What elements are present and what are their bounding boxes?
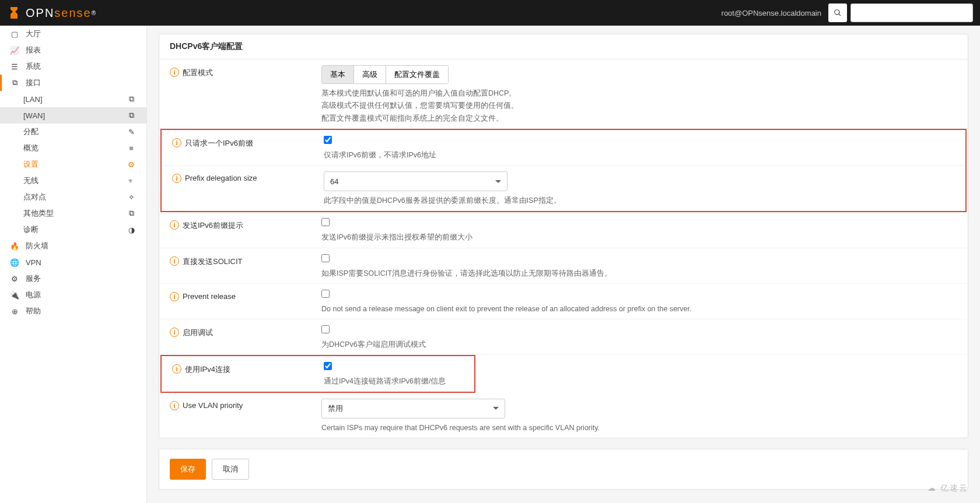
- row-solicit: i直接发送SOLICIT 如果ISP需要SOLICIT消息进行身份验证，请选择此…: [159, 248, 968, 284]
- sitemap-icon: ⧉: [125, 94, 137, 104]
- mode-help: 基本模式使用默认值和可选的用户输入值自动配置DHCP。 高级模式不提供任何默认值…: [321, 87, 957, 125]
- search-button[interactable]: [828, 3, 847, 22]
- label-only-prefix: 只请求一个IPv6前缀: [185, 138, 253, 149]
- label-prevent: Prevent release: [183, 292, 236, 301]
- row-ipv4: i使用IPv4连接 通过IPv4连接链路请求IPv6前缀/信息: [162, 356, 474, 391]
- list-icon: ☰: [9, 62, 20, 71]
- sidebar-lan[interactable]: [LAN]⧉: [0, 91, 146, 107]
- nav-services[interactable]: ⚙服务: [0, 270, 146, 287]
- user-label[interactable]: root@OPNsense.localdomain: [722, 9, 821, 17]
- ipv4-help: 通过IPv4连接链路请求IPv6前缀/信息: [324, 375, 464, 388]
- info-icon[interactable]: i: [172, 364, 181, 374]
- globe-icon: 🌐: [9, 258, 20, 267]
- info-icon[interactable]: i: [172, 174, 181, 183]
- mode-button-group: 基本 高级 配置文件覆盖: [321, 65, 449, 84]
- brand-right: sense: [54, 6, 91, 20]
- label-vlan: Use VLAN priority: [183, 401, 243, 410]
- nav-firewall[interactable]: 🔥防火墙: [0, 238, 146, 254]
- sidebar-wan[interactable]: [WAN]⧉: [0, 107, 146, 124]
- cancel-button[interactable]: 取消: [212, 459, 249, 480]
- label-solicit: 直接发送SOLICIT: [183, 256, 243, 267]
- plug-icon: 🔌: [9, 291, 20, 300]
- panel-title: DHCPv6客户端配置: [159, 34, 968, 59]
- logo[interactable]: OPNsense®: [7, 6, 97, 20]
- save-button[interactable]: 保存: [170, 459, 206, 480]
- row-vlan: iUse VLAN priority 禁用 Certain ISPs may r…: [159, 393, 968, 438]
- nav-reports[interactable]: 📈报表: [0, 42, 146, 58]
- topbar: OPNsense® root@OPNsense.localdomain: [0, 0, 980, 26]
- prefix-size-help: 此字段中的值是DHCPv6服务器提供的委派前缀长度。通常由ISP指定。: [324, 195, 955, 207]
- wifi-icon: ᯤ: [125, 177, 137, 185]
- bars-icon: ≡: [125, 144, 137, 153]
- row-only-prefix: i只请求一个IPv6前缀 仅请求IPv6前缀，不请求IPv6地址: [162, 130, 965, 166]
- sidebar-overview[interactable]: 概览≡: [0, 140, 146, 156]
- highlight-group-1: i只请求一个IPv6前缀 仅请求IPv6前缀，不请求IPv6地址 iPrefix…: [160, 129, 967, 213]
- pencil-icon: ✎: [125, 128, 137, 136]
- debug-checkbox[interactable]: [321, 325, 330, 333]
- diag-icon: ◑: [125, 226, 137, 234]
- info-icon[interactable]: i: [172, 138, 181, 147]
- chevron-down-icon: [495, 180, 501, 186]
- brand-left: OPN: [26, 6, 54, 20]
- row-config-mode: i配置模式 基本 高级 配置文件覆盖 基本模式使用默认值和可选的用户输入值自动配…: [159, 59, 968, 129]
- info-icon[interactable]: i: [170, 220, 179, 230]
- info-icon[interactable]: i: [170, 256, 179, 266]
- label-prefix-hint: 发送IPv6前缀提示: [183, 220, 243, 231]
- sidebar: ▢大厅 📈报表 ☰系统 ⧉接口 [LAN]⧉ [WAN]⧉ 分配✎ 概览≡ 设置…: [0, 26, 147, 503]
- prefix-hint-checkbox[interactable]: [321, 218, 330, 226]
- solicit-checkbox[interactable]: [321, 254, 330, 262]
- search-input[interactable]: [850, 3, 973, 22]
- mode-basic-button[interactable]: 基本: [322, 66, 354, 83]
- nav-vpn[interactable]: 🌐VPN: [0, 254, 146, 270]
- info-icon[interactable]: i: [170, 328, 179, 337]
- sidebar-assign[interactable]: 分配✎: [0, 124, 146, 140]
- row-debug: i启用调试 为DHCPv6客户端启用调试模式: [159, 319, 968, 355]
- sidebar-ptp[interactable]: 点对点⟡: [0, 189, 146, 205]
- sidebar-settings[interactable]: 设置⚙: [0, 156, 146, 173]
- watermark: ☁亿速云: [928, 483, 968, 494]
- solicit-help: 如果ISP需要SOLICIT消息进行身份验证，请选择此选项以防止无限期等待路由器…: [321, 268, 957, 280]
- info-icon[interactable]: i: [170, 68, 179, 77]
- fire-icon: 🔥: [9, 242, 20, 251]
- prevent-help: Do not send a release message on client …: [321, 303, 957, 315]
- label-ipv4: 使用IPv4连接: [185, 364, 230, 375]
- dash-icon: ⟡: [125, 192, 137, 202]
- gear-icon: ⚙: [9, 275, 20, 283]
- sidebar-wireless[interactable]: 无线ᯤ: [0, 173, 146, 189]
- row-prefix-hint: i发送IPv6前缀提示 发送IPv6前缀提示来指出授权希望的前缀大小: [159, 212, 968, 248]
- search-icon: [834, 9, 842, 17]
- debug-help: 为DHCPv6客户端启用调试模式: [321, 339, 957, 351]
- nav-lobby[interactable]: ▢大厅: [0, 26, 146, 42]
- mode-advanced-button[interactable]: 高级: [354, 66, 386, 83]
- nav-help[interactable]: ⊕帮助: [0, 303, 146, 319]
- actions-panel: 保存 取消: [159, 449, 968, 490]
- info-icon[interactable]: i: [170, 401, 179, 410]
- ipv4-checkbox[interactable]: [324, 362, 332, 370]
- only-prefix-checkbox[interactable]: [324, 136, 332, 144]
- row-prefix-size: iPrefix delegation size 64 此字段中的值是DHCPv6…: [162, 166, 965, 211]
- vlan-help: Certain ISPs may require that DHCPv6 req…: [321, 422, 957, 434]
- prefix-size-select[interactable]: 64: [324, 171, 508, 191]
- label-config-mode: 配置模式: [183, 68, 213, 78]
- prefix-hint-help: 发送IPv6前缀提示来指出授权希望的前缀大小: [321, 231, 957, 244]
- nav-interfaces[interactable]: ⧉接口: [0, 75, 146, 91]
- hourglass-icon: [7, 6, 21, 20]
- info-icon[interactable]: i: [170, 292, 179, 301]
- chart-icon: 📈: [9, 46, 20, 55]
- mode-file-button[interactable]: 配置文件覆盖: [386, 66, 448, 83]
- sitemap-icon: ⧉: [125, 209, 137, 218]
- gears-icon: ⚙: [125, 160, 137, 169]
- sidebar-diag[interactable]: 诊断◑: [0, 221, 146, 238]
- sitemap-icon: ⧉: [9, 78, 20, 87]
- sidebar-other[interactable]: 其他类型⧉: [0, 205, 146, 221]
- highlight-group-2: i使用IPv4连接 通过IPv4连接链路请求IPv6前缀/信息: [160, 355, 475, 392]
- chevron-down-icon: [493, 407, 499, 413]
- nav-power[interactable]: 🔌电源: [0, 287, 146, 303]
- prevent-checkbox[interactable]: [321, 290, 330, 298]
- row-prevent: iPrevent release Do not send a release m…: [159, 284, 968, 319]
- label-prefix-size: Prefix delegation size: [185, 174, 257, 182]
- only-prefix-help: 仅请求IPv6前缀，不请求IPv6地址: [324, 149, 955, 161]
- nav-system[interactable]: ☰系统: [0, 58, 146, 75]
- vlan-select[interactable]: 禁用: [321, 399, 505, 418]
- dhcpv6-panel: DHCPv6客户端配置 i配置模式 基本 高级 配置文件覆盖 基本模式使用默认值…: [159, 34, 968, 438]
